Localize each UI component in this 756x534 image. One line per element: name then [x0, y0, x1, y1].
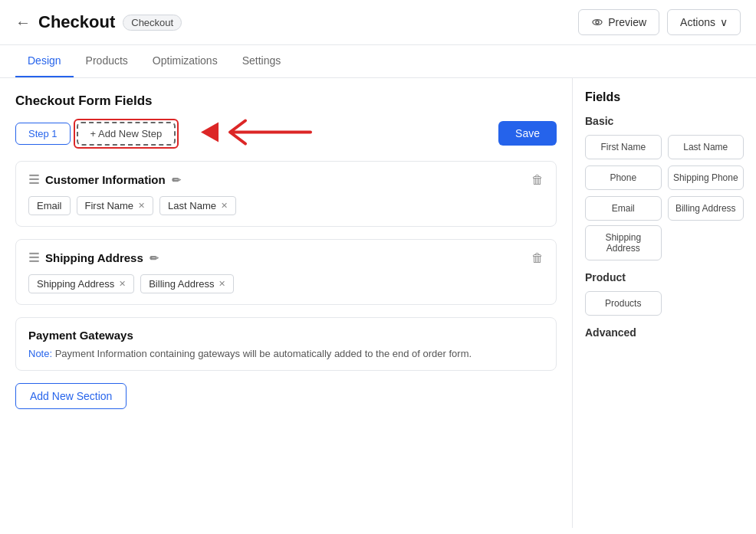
- remove-last-name[interactable]: ✕: [221, 201, 228, 211]
- remove-first-name[interactable]: ✕: [138, 201, 145, 211]
- back-button[interactable]: ←: [15, 14, 31, 31]
- tab-design[interactable]: Design: [15, 45, 74, 77]
- page-title: Checkout: [38, 12, 115, 32]
- tab-products[interactable]: Products: [74, 45, 140, 77]
- field-billing-address[interactable]: Billing Address: [668, 196, 744, 221]
- add-new-step-button[interactable]: + Add New Step: [77, 122, 176, 146]
- payment-note: Note: Payment Information containing gat…: [28, 348, 544, 359]
- delete-icon[interactable]: 🗑: [531, 173, 544, 187]
- header-right: Preview Actions ∨: [578, 9, 741, 35]
- svg-marker-2: [201, 123, 219, 143]
- tag-billing-address: Billing Address ✕: [140, 274, 234, 293]
- tab-optimizations[interactable]: Optimizations: [140, 45, 230, 77]
- field-shipping-phone[interactable]: Shipping Phone: [668, 165, 744, 190]
- field-last-name[interactable]: Last Name: [668, 135, 744, 159]
- card-header-left: ☰ Customer Information ✏: [28, 172, 181, 187]
- shipping-header-left: ☰ Shipping Address ✏: [28, 251, 159, 265]
- field-products[interactable]: Products: [585, 291, 662, 316]
- edit-icon-2[interactable]: ✏: [150, 252, 159, 264]
- field-phone[interactable]: Phone: [585, 165, 662, 190]
- basic-fields-grid-2: Shipping Address: [585, 225, 744, 260]
- tag-email: Email: [28, 196, 71, 215]
- breadcrumb-badge: Checkout: [123, 15, 182, 31]
- remove-shipping[interactable]: ✕: [119, 279, 126, 289]
- customer-info-title: Customer Information: [45, 173, 166, 186]
- tag-first-name: First Name ✕: [77, 196, 154, 215]
- actions-button[interactable]: Actions ∨: [667, 9, 741, 35]
- advanced-group-title: Advanced: [585, 326, 744, 339]
- chevron-down-icon: ∨: [720, 16, 728, 28]
- payment-gateways-card: Payment Gateways Note: Payment Informati…: [15, 317, 557, 371]
- shipping-header: ☰ Shipping Address ✏ 🗑: [28, 251, 544, 265]
- shipping-tags-row: Shipping Address ✕ Billing Address ✕: [28, 274, 544, 293]
- note-label: Note:: [28, 348, 52, 359]
- preview-button[interactable]: Preview: [578, 9, 659, 35]
- edit-icon[interactable]: ✏: [172, 174, 181, 186]
- eye-icon: [591, 16, 603, 28]
- header-left: ← Checkout Checkout: [15, 12, 182, 32]
- step1-button[interactable]: Step 1: [15, 123, 71, 145]
- shipping-title: Shipping Address: [45, 251, 143, 264]
- tag-shipping-address: Shipping Address ✕: [28, 274, 134, 293]
- product-group-title: Product: [585, 271, 744, 283]
- main-content: Checkout Form Fields Step 1 + Add New St…: [0, 78, 756, 528]
- add-new-section-button[interactable]: Add New Section: [15, 383, 127, 409]
- tabs-bar: Design Products Optimizations Settings: [0, 45, 756, 78]
- product-fields-grid: Products: [585, 291, 744, 316]
- shipping-address-card: ☰ Shipping Address ✏ 🗑 Shipping Address …: [15, 239, 557, 305]
- customer-information-card: ☰ Customer Information ✏ 🗑 Email First N…: [15, 161, 557, 227]
- basic-group-title: Basic: [585, 115, 744, 127]
- drag-icon-2: ☰: [28, 251, 39, 265]
- add-step-wrapper: + Add New Step: [77, 122, 176, 146]
- drag-icon: ☰: [28, 172, 39, 187]
- field-shipping-address[interactable]: Shipping Address: [585, 225, 662, 260]
- arrow-annotation: [192, 113, 314, 154]
- save-button[interactable]: Save: [498, 121, 557, 146]
- form-fields-title: Checkout Form Fields: [15, 93, 557, 109]
- tag-last-name: Last Name ✕: [159, 196, 236, 215]
- remove-billing[interactable]: ✕: [219, 279, 225, 289]
- customer-tags-row: Email First Name ✕ Last Name ✕: [28, 196, 544, 215]
- tab-settings[interactable]: Settings: [230, 45, 294, 77]
- fields-panel: Fields Basic First Name Last Name Phone …: [572, 78, 756, 528]
- left-panel: Checkout Form Fields Step 1 + Add New St…: [0, 78, 572, 528]
- svg-point-1: [596, 21, 599, 24]
- fields-title: Fields: [585, 90, 744, 104]
- customer-info-header: ☰ Customer Information ✏ 🗑: [28, 172, 544, 187]
- header: ← Checkout Checkout Preview Actions ∨: [0, 0, 756, 45]
- payment-title: Payment Gateways: [28, 329, 544, 342]
- delete-icon-2[interactable]: 🗑: [531, 251, 544, 265]
- field-email[interactable]: Email: [585, 196, 662, 221]
- field-first-name[interactable]: First Name: [585, 135, 662, 159]
- basic-fields-grid: First Name Last Name Phone Shipping Phon…: [585, 135, 744, 221]
